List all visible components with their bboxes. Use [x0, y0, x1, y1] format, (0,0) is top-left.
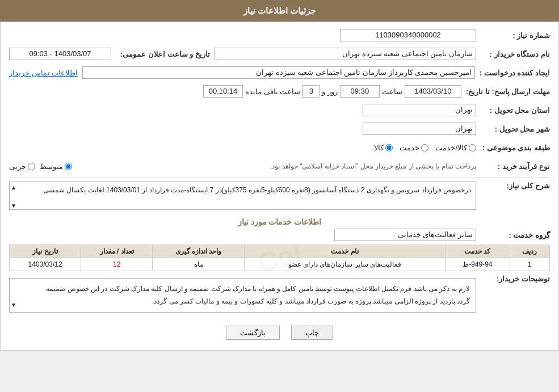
category-row: طبقه بندی موضوعی : کالا/خدمت خدمت کالا [9, 140, 550, 155]
description-text: درخصوص قرارداد سرویس و نگهداری 2 دستگاه … [43, 186, 471, 194]
page-wrapper: جزئیات اطلاعات نیاز شماره نیاز : 1103090… [0, 0, 559, 351]
col-unit: واحد اندازه گیری [153, 245, 245, 258]
city-value: تهران [363, 123, 476, 135]
creator-row: ایجاد کننده درخواست : امیرحسین محمدی کار… [9, 65, 550, 80]
category-kala-label: کالا [374, 144, 384, 152]
page-title: جزئیات اطلاعات نیاز [243, 6, 316, 15]
category-kala-radio[interactable] [385, 144, 393, 151]
cell-unit: ماه [153, 258, 245, 271]
category-khidmat[interactable]: خدمت [400, 144, 428, 152]
province-area: تهران [9, 104, 476, 116]
city-row: شهر محل تحویل : تهران [9, 121, 550, 136]
category-label: طبقه بندی موضوعی : [476, 144, 550, 152]
page-header: جزئیات اطلاعات نیاز [0, 0, 559, 22]
process-motavasset-label: متوسط [40, 162, 63, 171]
creator-area: امیرحسین محمدی کاربرداز سازمان تامین اجت… [9, 66, 475, 79]
main-content: شماره نیاز : 1103090340000002 نام دستگاه… [0, 22, 559, 351]
buyer-date-row: نام دستگاه خریدار : سازمان تامین اجتماعی… [9, 47, 550, 61]
city-area: تهران [9, 123, 476, 135]
table-row: 1 949-94-ط فعالیت‌های سایر سازمان‌های دا… [10, 258, 550, 271]
notes-row: توضیحات خریدار: لازم به ذکر می باشد فرم … [9, 275, 550, 316]
buyer-org-label: نام دستگاه خریدار : [476, 50, 550, 58]
category-kala-khidmat-label: کالا/خدمت [435, 144, 467, 152]
back-button[interactable]: بازگشت [226, 326, 280, 340]
description-label: شرح کلی نیاز: [476, 182, 550, 190]
need-number-value: 1103090340000002 [9, 29, 476, 41]
col-date: تاریخ نیاز [10, 245, 81, 258]
service-group-value: سایر فعالیت‌های خدماتی [334, 229, 476, 241]
need-number-input: 1103090340000002 [340, 29, 476, 41]
category-kala-khidmat-radio[interactable] [469, 144, 476, 151]
process-motavasset-radio[interactable] [65, 163, 72, 170]
category-khidmat-radio[interactable] [421, 144, 428, 151]
service-group-row: گروه خدمت : سایر فعالیت‌های خدماتی [9, 229, 550, 241]
deadline-time-label: ساعت [382, 87, 402, 96]
service-group-label: گروه خدمت : [476, 231, 550, 239]
col-qty: تعداد / مقدار [81, 245, 153, 258]
table-area: Col ردیف کد خدمت نام خدمت واحد اندازه گی… [9, 245, 550, 271]
province-row: استان محل تحویل : تهران [9, 103, 550, 117]
process-jozii[interactable]: جزیی [9, 162, 35, 171]
col-row-num: ردیف [510, 245, 549, 258]
need-number-row: شماره نیاز : 1103090340000002 [9, 28, 550, 43]
deadline-remaining: 00:10:14 [203, 85, 243, 98]
note-arrow-icon[interactable]: ▼ [11, 302, 16, 308]
notes-label: توضیحات خریدار: [476, 275, 550, 283]
need-number-label: شماره نیاز : [476, 31, 550, 40]
cell-code: 949-94-ط [445, 258, 510, 271]
services-section-title: اطلاعات خدمات مورد نیاز [9, 214, 550, 229]
col-code: کد خدمت [445, 245, 510, 258]
category-khidmat-label: خدمت [400, 144, 419, 152]
deadline-date: 1403/03/10 [405, 85, 461, 98]
deadline-remaining-label: ساعت باقی مانده [245, 87, 300, 96]
process-jozii-label: جزیی [9, 162, 26, 171]
date-label: تاریخ و ساعت اعلان عمومی: [116, 50, 210, 58]
note-scroll-arrows[interactable]: ▼ [11, 299, 16, 311]
buyer-org-area: سازمان تامین اجتماعی شعبه سیزده تهران تا… [9, 48, 476, 60]
creator-label: ایجاد کننده درخواست : [475, 69, 550, 77]
description-box: درخصوص قرارداد سرویس و نگهداری 2 دستگاه … [9, 182, 476, 210]
print-button[interactable]: چاپ [291, 326, 333, 340]
arrow-up-icon[interactable]: ▲ [11, 183, 16, 192]
arrow-down-icon[interactable]: ▼ [11, 201, 16, 210]
notes-text: لازم به ذکر می باشد فرم تکمیل اطلاعات پی… [46, 285, 470, 305]
notes-box: لازم به ذکر می باشد فرم تکمیل اطلاعات پی… [9, 278, 476, 313]
province-label: استان محل تحویل : [476, 106, 550, 115]
deadline-row: مهلت ارسال پاسخ: تا تاریخ: 1403/03/10 سا… [9, 84, 550, 99]
contact-link[interactable]: اطلاعات تماس خریدار [9, 69, 78, 77]
process-label: نوع فرآیند خرید : [476, 162, 550, 171]
description-row: شرح کلی نیاز: درخصوص قرارداد سرویس و نگه… [9, 182, 550, 210]
scroll-arrows[interactable]: ▲ ▼ [11, 183, 16, 210]
category-kala-khidmat[interactable]: کالا/خدمت [435, 144, 476, 152]
city-label: شهر محل تحویل : [476, 125, 550, 133]
table-header-row: ردیف کد خدمت نام خدمت واحد اندازه گیری ت… [10, 245, 550, 258]
deadline-day-label: روز و [322, 87, 338, 96]
deadline-area: 1403/03/10 ساعت 09:30 روز و 3 ساعت باقی … [9, 85, 461, 98]
deadline-label: مهلت ارسال پاسخ: تا تاریخ: [461, 87, 550, 96]
process-jozii-radio[interactable] [28, 163, 35, 170]
divider-1 [9, 178, 550, 178]
date-value: 1403/03/07 - 09:03 [9, 48, 111, 60]
category-kala[interactable]: کالا [374, 144, 393, 152]
buyer-org-value: سازمان تامین اجتماعی شعبه سیزده تهران [215, 48, 476, 60]
process-row: نوع فرآیند خرید : پرداخت تمام یا بخشی از… [9, 159, 550, 174]
col-name: نام خدمت [244, 245, 445, 258]
cell-row-num: 1 [510, 258, 549, 271]
creator-value: امیرحسین محمدی کاربرداز سازمان تامین اجت… [82, 66, 475, 79]
cell-date: 1403/03/12 [10, 258, 81, 271]
cell-qty: 12 [81, 258, 153, 271]
notes-area: لازم به ذکر می باشد فرم تکمیل اطلاعات پی… [9, 275, 476, 316]
process-note: پرداخت تمام یا بخشی از مبلغ خریدار محل "… [77, 162, 476, 170]
button-row: چاپ بازگشت [9, 320, 550, 344]
deadline-time: 09:30 [340, 85, 380, 98]
services-table: ردیف کد خدمت نام خدمت واحد اندازه گیری ت… [9, 245, 550, 271]
process-area: پرداخت تمام یا بخشی از مبلغ خریدار محل "… [9, 162, 476, 171]
category-options: کالا/خدمت خدمت کالا [9, 144, 476, 152]
process-motavasset[interactable]: متوسط [40, 162, 72, 171]
description-area: درخصوص قرارداد سرویس و نگهداری 2 دستگاه … [9, 182, 476, 210]
province-value: تهران [363, 104, 476, 116]
deadline-day: 3 [302, 85, 320, 98]
cell-name: فعالیت‌های سایر سازمان‌های دارای عضو [244, 258, 445, 271]
